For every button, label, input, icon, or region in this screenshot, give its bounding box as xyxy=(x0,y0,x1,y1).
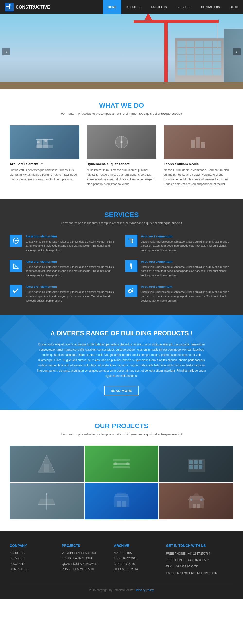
banner-text: Donec tortor Aliquet viverra ac neque tu… xyxy=(36,342,206,378)
projects-grid xyxy=(10,446,233,519)
footer-grid: COMPANY ABOUT US SERVICES PROJECTS CONTA… xyxy=(10,544,233,576)
hero-section: ‹ › xyxy=(0,14,243,90)
what-we-do-item-1-text: Luctus varius pellentesque habitasse ult… xyxy=(10,168,80,182)
hero-crane-cable xyxy=(217,22,218,48)
footer-privacy-link[interactable]: Privacy policy xyxy=(136,588,154,592)
navigation: CONSTRUCTIVE HOME ABOUT US PROJECTS SERV… xyxy=(0,0,243,14)
service-desc-1: Luctus varius pellentesque habitasse ult… xyxy=(26,240,118,252)
service-desc-6: Luctus varius pellentesque habitasse ult… xyxy=(141,290,233,303)
footer-email-value: MAIL@CONSTRUCTIVE.COM xyxy=(177,571,218,575)
footer-company-link-4[interactable]: CONTACT US xyxy=(10,568,28,571)
svg-rect-51 xyxy=(194,465,198,469)
footer-company-link-3[interactable]: PROJECTS xyxy=(10,562,25,566)
service-item-2: Arcu orci elementum Luctus varius pellen… xyxy=(125,234,233,252)
svg-line-37 xyxy=(14,289,18,293)
projects-section: OUR PROJECTS Fermentum phasellus turpis … xyxy=(0,410,243,532)
service-title-5: Arcu orci elementum xyxy=(26,285,118,288)
service-text-2: Arcu orci elementum Luctus varius pellen… xyxy=(141,234,233,252)
work-image-1 xyxy=(10,125,80,159)
footer-company-link-1[interactable]: ABOUT US xyxy=(10,552,24,555)
service-item-1: Arcu orci elementum Luctus varius pellen… xyxy=(10,234,118,252)
footer-email-label: EMAIL xyxy=(166,571,175,575)
logo-icon xyxy=(5,3,14,12)
what-we-do-subtitle: Fermentum phasellus turpis tempus amet m… xyxy=(10,112,233,116)
service-item-4: Arcu orci elementum Luctus varius pellen… xyxy=(125,260,233,278)
nav-projects[interactable]: PROJECTS xyxy=(146,0,172,14)
nav-contact[interactable]: CONTACT US xyxy=(196,0,225,14)
project-item-5[interactable] xyxy=(84,483,159,519)
svg-rect-16 xyxy=(196,137,200,148)
footer-company-link-2[interactable]: SERVICES xyxy=(10,557,24,560)
service-desc-3: Luctus varius pellentesque habitasse ult… xyxy=(26,265,118,278)
compass-icon xyxy=(12,237,19,244)
nav-blog[interactable]: BLOG xyxy=(225,0,243,14)
service-icon-5 xyxy=(10,285,22,297)
svg-rect-47 xyxy=(189,460,193,464)
project-item-2[interactable] xyxy=(84,446,159,482)
footer-email: EMAIL : MAIL@CONSTRUCTIVE.COM xyxy=(166,570,233,576)
logo[interactable]: CONSTRUCTIVE xyxy=(0,3,55,12)
project-image-1 xyxy=(37,454,56,474)
svg-point-14 xyxy=(120,141,123,144)
footer-telephone-label: TELEPHONE xyxy=(166,558,184,562)
nav-services[interactable]: SERVICES xyxy=(172,0,196,14)
hero-next-button[interactable]: › xyxy=(233,48,240,56)
hero-building xyxy=(175,38,224,82)
footer-fax-value: +44 1387 8596356 xyxy=(174,565,198,568)
service-text-3: Arcu orci elementum Luctus varius pellen… xyxy=(26,260,118,278)
footer-company-links: ABOUT US SERVICES PROJECTS CONTACT US xyxy=(10,551,54,571)
project-image-6 xyxy=(186,492,206,511)
project-item-1[interactable] xyxy=(10,446,84,482)
svg-rect-3 xyxy=(6,8,13,10)
hero-prev-button[interactable]: ‹ xyxy=(2,48,10,56)
svg-rect-61 xyxy=(122,501,126,507)
read-more-button[interactable]: READ MORE xyxy=(104,386,139,396)
project-item-6[interactable] xyxy=(159,483,233,519)
service-desc-2: Luctus varius pellentesque habitasse ult… xyxy=(141,240,233,252)
pencil-icon xyxy=(128,262,134,269)
what-we-do-item-1: Arcu orci elementum Luctus varius pellen… xyxy=(10,125,80,187)
hero-crane-top xyxy=(144,14,152,20)
footer-contact-title: GET IN TOUCH WITH US xyxy=(166,544,233,548)
svg-rect-66 xyxy=(197,504,200,508)
project-image-2 xyxy=(112,454,131,474)
what-we-do-item-3: Laoreet nullam mollis Massa rutrum dapib… xyxy=(164,125,233,187)
project-item-3[interactable] xyxy=(159,446,233,482)
svg-point-10 xyxy=(44,140,47,142)
footer-archive-link-1[interactable]: MARCH 2015 xyxy=(114,552,132,555)
footer-archive-links: MARCH 2015 FEBRUARY 2015 JANUARY 2015 DE… xyxy=(114,551,159,571)
footer-projects-link-2[interactable]: FRINGILLA TRISTIQUE xyxy=(62,557,93,560)
svg-point-38 xyxy=(129,292,130,293)
projects-title: OUR PROJECTS xyxy=(10,422,233,430)
project-item-4[interactable] xyxy=(10,483,84,519)
footer-bottom: 2015 copyright by TemplateToaster. Priva… xyxy=(10,583,233,592)
services-subtitle: Fermentum phasellus turpis tempus amet m… xyxy=(10,221,233,225)
svg-point-45 xyxy=(126,462,129,465)
svg-rect-42 xyxy=(113,466,130,468)
footer-archive-link-4[interactable]: DECEMBER 2014 xyxy=(114,568,138,571)
nav-home[interactable]: HOME xyxy=(103,0,122,14)
svg-rect-68 xyxy=(200,499,202,500)
what-we-do-item-1-title: Arcu orci elementum xyxy=(10,162,80,166)
footer-projects-link-4[interactable]: PHASELLUS MUSTACITI xyxy=(62,568,95,571)
nav-about[interactable]: ABOUT US xyxy=(122,0,146,14)
svg-rect-50 xyxy=(189,465,193,469)
hero-crane-arm xyxy=(151,20,219,22)
service-icon-3 xyxy=(10,260,22,272)
service-item-5: Arcu orci elementum Luctus varius pellen… xyxy=(10,285,118,303)
footer-projects-link-1[interactable]: VESTIBULUM PLACERAT xyxy=(62,552,96,555)
svg-rect-6 xyxy=(37,140,42,148)
work-icon-3 xyxy=(189,135,208,150)
footer-company-title: COMPANY xyxy=(10,544,54,548)
service-title-2: Arcu orci elementum xyxy=(141,234,233,238)
svg-rect-59 xyxy=(117,492,126,494)
svg-marker-33 xyxy=(130,268,132,269)
service-item-3: Arcu orci elementum Luctus varius pellen… xyxy=(10,260,118,278)
services-title: SERVICES xyxy=(10,211,233,219)
service-text-1: Arcu orci elementum Luctus varius pellen… xyxy=(26,234,118,252)
footer-archive-link-3[interactable]: JANUARY 2015 xyxy=(114,562,135,566)
footer-archive-link-2[interactable]: FEBRUARY 2015 xyxy=(114,557,137,560)
footer-archive-title: ARCHIVE xyxy=(114,544,159,548)
svg-rect-27 xyxy=(128,239,130,239)
footer-projects-link-3[interactable]: QUAM LIGULA NUNCMUST xyxy=(62,562,99,566)
